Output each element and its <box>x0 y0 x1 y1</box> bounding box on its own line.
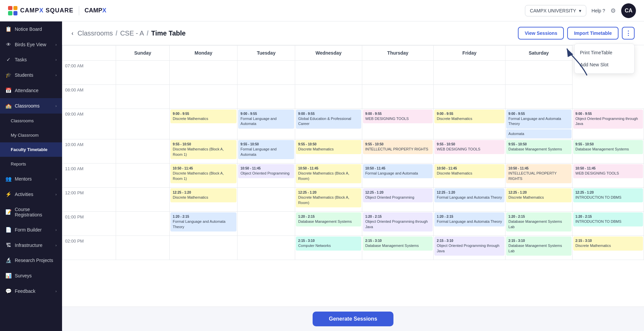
table-cell[interactable]: 9:55 - 10:50WEB DESIGNING TOOLS <box>434 139 505 163</box>
timetable-slot[interactable]: 9:55 - 10:50INTELLECTUAL PROPERTY RIGHTS <box>363 140 433 154</box>
timetable-slot[interactable]: Automata <box>506 129 572 138</box>
university-selector[interactable]: CAMPX UNIVERSITY ▾ <box>525 5 586 16</box>
table-cell[interactable]: 2:15 - 3:10Computer Networks <box>295 236 362 260</box>
sidebar-item-course-registrations[interactable]: 📝 Course Registrations <box>0 202 62 222</box>
timetable-slot[interactable]: 9:55 - 10:50Discrete Mathematics (Block … <box>170 140 236 159</box>
table-cell[interactable]: 9:00 - 9:55Discrete Mathematics <box>434 109 505 139</box>
table-cell[interactable]: 12:25 - 1:20Formal Language and Automata… <box>434 188 505 212</box>
timetable-slot[interactable]: 10:50 - 11:45Discrete Mathematics <box>434 164 504 178</box>
sidebar-sub-reports[interactable]: Reports <box>0 157 62 171</box>
table-cell[interactable]: 2:15 - 3:10Database Management Systems L… <box>505 236 572 260</box>
table-cell[interactable] <box>237 212 295 236</box>
table-cell[interactable] <box>116 139 170 163</box>
timetable-slot[interactable]: 9:00 - 9:55Formal Language and Automata … <box>506 110 572 129</box>
gear-icon[interactable]: ⚙ <box>610 7 616 14</box>
timetable-slot[interactable]: 9:00 - 9:55Discrete Mathematics <box>434 110 504 123</box>
sidebar-item-attendance[interactable]: 📅 Attendance <box>0 83 62 98</box>
timetable-slot[interactable]: 9:55 - 10:50Formal Language and Automata <box>238 140 294 159</box>
timetable-slot[interactable]: 12:25 - 1:20Object Oriented Programming <box>363 188 433 202</box>
more-options-button[interactable]: ⋮ <box>622 27 635 40</box>
sidebar-sub-faculty-timetable[interactable]: Faculty Timetable <box>0 142 62 157</box>
generate-sessions-button[interactable]: Generate Sessions <box>313 312 393 326</box>
table-cell[interactable]: 1:20 - 2:15Formal Language and Automata … <box>434 212 505 236</box>
table-cell[interactable]: 10:50 - 11:45Discrete Mathematics (Block… <box>170 163 237 188</box>
table-cell[interactable] <box>237 85 295 109</box>
table-cell[interactable]: 9:55 - 10:50Database Management Systems <box>505 139 572 163</box>
timetable-slot[interactable]: 1:20 - 2:15Formal Language and Automata … <box>170 212 236 231</box>
table-cell[interactable] <box>116 109 170 139</box>
table-cell[interactable] <box>237 61 295 85</box>
table-cell[interactable]: 10:50 - 11:45Discrete Mathematics <box>434 163 505 188</box>
import-timetable-button[interactable]: Import Timetable <box>567 27 619 40</box>
table-cell[interactable]: 12:25 - 1:20Discrete Mathematics (Block … <box>295 188 362 212</box>
timetable-slot[interactable]: 12:25 - 1:20Discrete Mathematics <box>506 188 572 202</box>
table-cell[interactable]: 9:55 - 10:50Database Management Systems <box>572 139 644 163</box>
timetable-slot[interactable]: 9:55 - 10:50WEB DESIGNING TOOLS <box>434 140 504 154</box>
sidebar-item-activities[interactable]: ⚡ Activities › <box>0 187 62 202</box>
timetable-slot[interactable]: 10:50 - 11:45Discrete Mathematics (Block… <box>296 164 361 183</box>
table-cell[interactable] <box>237 188 295 212</box>
table-cell[interactable]: 12:25 - 1:20INTRODUCTION TO DBMS <box>572 188 644 212</box>
table-cell[interactable]: 9:00 - 9:55Formal Language and Automata … <box>505 109 572 139</box>
timetable-slot[interactable]: 9:55 - 10:50Database Management Systems <box>506 140 572 154</box>
table-cell[interactable]: 10:50 - 11:45Object Oriented Programming <box>237 163 295 188</box>
timetable-slot[interactable]: 1:20 - 2:15Database Management Systems L… <box>506 212 572 231</box>
timetable-slot[interactable]: 9:55 - 10:50Discrete Mathematics <box>296 140 361 154</box>
table-cell[interactable] <box>170 61 237 85</box>
table-cell[interactable]: 12:25 - 1:20Object Oriented Programming <box>362 188 433 212</box>
sidebar-item-infrastructure[interactable]: 🏗 Infrastructure › <box>0 238 62 253</box>
table-cell[interactable] <box>116 163 170 188</box>
dropdown-add-new-slot[interactable]: Add New Slot <box>575 59 634 71</box>
timetable-slot[interactable]: 1:20 - 2:15INTRODUCTION TO DBMS <box>573 212 643 226</box>
table-cell[interactable]: 9:00 - 9:55WEB DESIGNING TOOLS <box>362 109 433 139</box>
timetable-slot[interactable]: 9:00 - 9:55WEB DESIGNING TOOLS <box>363 110 433 123</box>
dropdown-print-timetable[interactable]: Print TimeTable <box>575 47 634 59</box>
sidebar-item-form-builder[interactable]: 📄 Form Builder › <box>0 222 62 238</box>
timetable-slot[interactable]: 12:25 - 1:20Discrete Mathematics (Block … <box>296 188 361 207</box>
timetable-slot[interactable]: 10:50 - 11:45WEB DESIGNING TOOLS <box>573 164 643 178</box>
table-cell[interactable] <box>295 85 362 109</box>
timetable-slot[interactable]: 2:15 - 3:10Database Management Systems <box>363 237 433 250</box>
table-cell[interactable] <box>434 85 505 109</box>
table-cell[interactable]: 10:50 - 11:45WEB DESIGNING TOOLS <box>572 163 644 188</box>
table-cell[interactable] <box>237 236 295 260</box>
table-cell[interactable]: 9:00 - 9:55Formal Language and Automata <box>237 109 295 139</box>
table-cell[interactable]: 10:50 - 11:45Formal Language and Automat… <box>362 163 433 188</box>
table-cell[interactable] <box>505 85 572 109</box>
table-cell[interactable] <box>170 85 237 109</box>
sidebar-item-tasks[interactable]: ✓ Tasks › <box>0 52 62 67</box>
sidebar-sub-my-classroom[interactable]: My Classroom <box>0 128 62 142</box>
avatar[interactable]: CA <box>621 3 636 18</box>
back-arrow-icon[interactable]: ‹ <box>71 30 73 37</box>
sidebar-sub-classrooms[interactable]: Classrooms <box>0 114 62 128</box>
table-cell[interactable] <box>362 61 433 85</box>
timetable-slot[interactable]: 9:00 - 9:55Object Oriented Programming t… <box>573 110 643 129</box>
table-cell[interactable]: 2:15 - 3:10Database Management Systems <box>362 236 433 260</box>
timetable-slot[interactable]: 2:15 - 3:10Object Oriented Programming t… <box>434 237 504 256</box>
timetable-slot[interactable]: 12:25 - 1:20INTRODUCTION TO DBMS <box>573 188 643 202</box>
timetable-slot[interactable]: 9:00 - 9:55Formal Language and Automata <box>238 110 294 129</box>
table-cell[interactable] <box>116 85 170 109</box>
timetable-slot[interactable]: 10:50 - 11:45INTELLECTUAL PROPERTY RIGHT… <box>506 164 572 183</box>
table-cell[interactable]: 10:50 - 11:45INTELLECTUAL PROPERTY RIGHT… <box>505 163 572 188</box>
table-cell[interactable]: 9:00 - 9:55Global Education & Profession… <box>295 109 362 139</box>
sidebar-item-students[interactable]: 🎓 Students › <box>0 67 62 83</box>
timetable-slot[interactable]: 9:00 - 9:55Global Education & Profession… <box>296 110 361 129</box>
timetable-slot[interactable]: 1:20 - 2:15Database Management Systems <box>296 212 361 226</box>
table-cell[interactable]: 1:20 - 2:15INTRODUCTION TO DBMS <box>572 212 644 236</box>
sidebar-item-birds-eye[interactable]: 👁 Birds Eye View › <box>0 37 62 52</box>
table-cell[interactable]: 2:15 - 3:10Object Oriented Programming t… <box>434 236 505 260</box>
table-cell[interactable]: 2:15 - 3:10Discrete Mathematics <box>572 236 644 260</box>
sidebar-item-surveys[interactable]: 📊 Surveys <box>0 268 62 283</box>
table-cell[interactable]: 9:55 - 10:50Formal Language and Automata <box>237 139 295 163</box>
table-cell[interactable] <box>295 61 362 85</box>
table-cell[interactable] <box>116 212 170 236</box>
table-cell[interactable]: 9:55 - 10:50INTELLECTUAL PROPERTY RIGHTS <box>362 139 433 163</box>
sidebar-item-classrooms[interactable]: 🏫 Classrooms › <box>0 98 62 114</box>
timetable-slot[interactable]: 12:25 - 1:20Discrete Mathematics <box>170 188 236 202</box>
table-cell[interactable]: 9:00 - 9:55Discrete Mathematics <box>170 109 237 139</box>
timetable-slot[interactable]: 1:20 - 2:15Object Oriented Programming t… <box>363 212 433 231</box>
timetable-slot[interactable]: 2:15 - 3:10Computer Networks <box>296 237 361 250</box>
sidebar-item-feedback[interactable]: 💬 Feedback › <box>0 283 62 299</box>
timetable-slot[interactable]: 2:15 - 3:10Discrete Mathematics <box>573 237 643 250</box>
